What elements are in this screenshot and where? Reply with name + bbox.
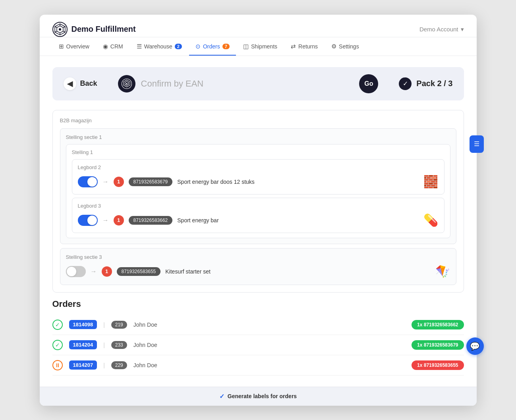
warehouse-badge: 2 xyxy=(175,44,182,49)
order-status-1: ✓ xyxy=(52,320,63,330)
order-ean-tag-1: 1x 8719326583662 xyxy=(412,320,464,329)
order-row-1[interactable]: ✓ 1814098 | 219 John Doe 1x 871932658366… xyxy=(52,315,464,335)
sidebar-item-settings[interactable]: ⚙ Settings xyxy=(325,37,365,56)
logo-icon xyxy=(52,22,68,37)
product-img-legbord-2: 🧱 xyxy=(423,174,439,189)
nav-label-overview: Overview xyxy=(66,43,89,50)
sidebar-item-warehouse[interactable]: ☰ Warehouse 2 xyxy=(130,37,188,56)
footer-label: Generate labels for orders xyxy=(228,393,297,399)
footer-check-icon: ✓ xyxy=(219,393,224,400)
sidebar-item-shipments[interactable]: ◫ Shipments xyxy=(237,37,284,56)
order-status-2: ✓ xyxy=(52,340,63,350)
sidebar-item-orders[interactable]: ⊙ Orders 7 xyxy=(189,37,236,56)
side-panel-button[interactable]: ☰ xyxy=(470,135,484,153)
toggle-legbord-2[interactable] xyxy=(78,176,98,187)
product-name-legbord-2: Sport energy bar doos 12 stuks xyxy=(177,179,418,185)
orders-title: Orders xyxy=(52,299,464,309)
toggle-knob xyxy=(67,267,76,276)
nav-label-shipments: Shipments xyxy=(251,43,277,50)
stelling-sectie-3: Stelling sectie 3 → 1 8719326583655 Kite… xyxy=(60,248,456,285)
orders-icon: ⊙ xyxy=(195,43,201,50)
footer-bar[interactable]: ✓ Generate labels for orders xyxy=(40,387,477,406)
product-row-sectie-3: → 1 8719326583655 Kitesurf starter set 🪁 xyxy=(66,264,450,279)
crm-icon: ◉ xyxy=(103,43,108,50)
product-row-legbord-3: → 1 8719326583662 Sport energy bar 💊 xyxy=(78,213,439,228)
order-id-2: 1814204 xyxy=(69,340,97,349)
order-ean-tag-2: 1x 8719326583679 xyxy=(412,340,464,350)
sidebar-item-returns[interactable]: ⇄ Returns xyxy=(284,37,324,56)
product-img-legbord-3: 💊 xyxy=(423,213,439,228)
warehouse-icon: ☰ xyxy=(137,43,142,50)
order-num-1: 219 xyxy=(111,321,127,329)
orders-section: Orders ✓ 1814098 | 219 John Doe 1x 87193… xyxy=(52,299,464,376)
nav-label-settings: Settings xyxy=(339,43,359,50)
order-customer-3: John Doe xyxy=(133,362,405,368)
shipments-icon: ◫ xyxy=(243,43,249,50)
main-content: ◀ Back Confirm by EAN Go ✓ xyxy=(40,56,477,387)
sidebar-item-overview[interactable]: ⊞ Overview xyxy=(52,37,96,56)
stelling-sectie-1: Stelling sectie 1 Stelling 1 Legbord 2 →… xyxy=(60,128,456,244)
product-name-sectie-3: Kitesurf starter set xyxy=(165,268,430,275)
product-row-legbord-2: → 1 8719326583679 Sport energy bar doos … xyxy=(78,174,439,189)
warehouse-title: B2B magazijn xyxy=(60,118,456,123)
pack-section: ✓ Pack 2 / 3 xyxy=(388,70,464,97)
qty-badge-legbord-3: 1 xyxy=(114,215,124,225)
order-row-3[interactable]: ⏸ 1814207 | 229 John Doe 1x 871932658365… xyxy=(52,355,464,376)
arrow-icon: → xyxy=(102,178,109,185)
account-button[interactable]: Demo Account ▾ xyxy=(419,26,464,33)
qty-badge-sectie-3: 1 xyxy=(102,266,112,277)
main-window: Demo Fulfillment Demo Account ▾ ⊞ Overvi… xyxy=(40,15,477,406)
header: Demo Fulfillment Demo Account ▾ xyxy=(40,15,477,37)
stelling-1-title: Stelling 1 xyxy=(72,149,444,155)
overview-icon: ⊞ xyxy=(59,43,64,50)
nav-label-crm: CRM xyxy=(110,43,123,50)
chat-button[interactable]: 💬 xyxy=(466,337,484,355)
ean-badge-sectie-3: 8719326583655 xyxy=(117,267,161,276)
toggle-knob xyxy=(87,177,97,187)
settings-icon: ⚙ xyxy=(331,43,336,50)
legbord-2: Legbord 2 → 1 8719326583679 Sport energy… xyxy=(72,159,444,195)
order-customer-1: John Doe xyxy=(133,322,405,328)
chevron-down-icon: ▾ xyxy=(461,26,464,33)
back-button[interactable]: ◀ Back xyxy=(52,70,108,97)
ean-logo-icon xyxy=(118,75,135,92)
toggle-sectie-3[interactable] xyxy=(66,266,86,277)
ean-badge-legbord-3: 8719326583662 xyxy=(129,216,173,225)
arrow-icon: → xyxy=(91,268,97,275)
svg-point-3 xyxy=(59,28,61,31)
back-arrow-icon: ◀ xyxy=(64,77,76,90)
toggle-knob xyxy=(87,216,97,225)
order-ean-tag-3: 1x 8719326583655 xyxy=(412,360,464,370)
stelling-sectie-1-title: Stelling sectie 1 xyxy=(66,134,450,140)
nav-label-warehouse: Warehouse xyxy=(144,43,172,50)
order-customer-2: John Doe xyxy=(133,342,405,348)
legbord-2-title: Legbord 2 xyxy=(78,164,439,170)
nav-label-orders: Orders xyxy=(203,43,220,50)
product-img-sectie-3: 🪁 xyxy=(435,264,450,279)
svg-point-13 xyxy=(126,83,128,85)
sidebar-item-crm[interactable]: ◉ CRM xyxy=(97,37,129,56)
arrow-icon: → xyxy=(102,217,109,224)
nav-label-returns: Returns xyxy=(298,43,318,50)
back-label: Back xyxy=(80,79,97,88)
go-button[interactable]: Go xyxy=(359,74,378,93)
order-status-3: ⏸ xyxy=(52,360,63,370)
action-bar: ◀ Back Confirm by EAN Go ✓ xyxy=(52,67,464,100)
ean-badge-legbord-2: 8719326583679 xyxy=(129,177,173,186)
product-name-legbord-3: Sport energy bar xyxy=(177,217,418,223)
stelling-sectie-3-title: Stelling sectie 3 xyxy=(66,254,450,260)
stelling-1: Stelling 1 Legbord 2 → 1 8719326583679 S… xyxy=(66,144,450,238)
qty-badge-legbord-2: 1 xyxy=(114,177,124,187)
legbord-3-title: Legbord 3 xyxy=(78,203,439,209)
returns-icon: ⇄ xyxy=(291,43,296,50)
ean-section: Confirm by EAN Go xyxy=(108,67,388,100)
order-num-2: 233 xyxy=(111,341,127,349)
main-nav: ⊞ Overview ◉ CRM ☰ Warehouse 2 ⊙ Orders … xyxy=(40,37,477,56)
pack-check-icon: ✓ xyxy=(399,77,412,90)
ean-title: Confirm by EAN xyxy=(141,79,354,89)
account-label: Demo Account xyxy=(419,26,458,33)
order-id-1: 1814098 xyxy=(69,320,97,329)
order-num-3: 229 xyxy=(111,361,127,369)
toggle-legbord-3[interactable] xyxy=(78,215,98,226)
order-row-2[interactable]: ✓ 1814204 | 233 John Doe 1x 871932658367… xyxy=(52,335,464,355)
